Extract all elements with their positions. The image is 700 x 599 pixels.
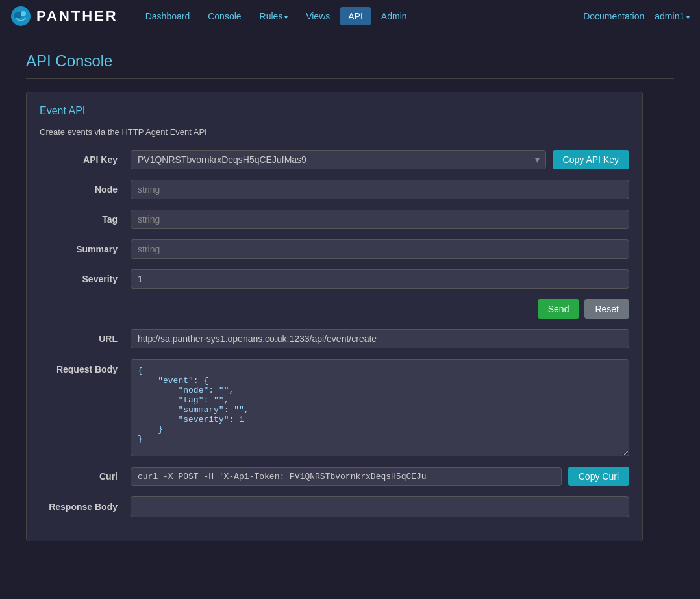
copy-curl-button[interactable]: Copy Curl [568,467,629,486]
card-title: Event API [40,105,629,117]
panther-logo-icon [10,6,31,27]
response-body-label: Response Body [40,502,131,512]
response-body-input[interactable] [131,496,629,517]
copy-api-key-button[interactable]: Copy API Key [553,150,629,169]
node-input-wrapper [131,180,629,199]
request-body-wrapper: { "event": { "node": "", "tag": "", "sum… [131,359,629,456]
nav-views[interactable]: Views [298,7,338,25]
nav-documentation[interactable]: Documentation [583,11,644,21]
api-key-input-wrapper: PV1QNRSTbvornkrxDeqsH5qCEJufMas9 Copy AP… [131,150,629,169]
page-title: API Console [26,52,674,70]
api-key-select[interactable]: PV1QNRSTbvornkrxDeqsH5qCEJufMas9 [131,150,546,169]
curl-row: Curl Copy Curl [40,467,629,486]
request-body-label: Request Body [40,359,131,374]
tag-label: Tag [40,214,131,225]
navbar-right: Documentation admin1 [583,11,690,21]
page-content: API Console Event API Create events via … [0,32,700,599]
node-label: Node [40,184,131,195]
summary-input[interactable] [131,239,629,259]
nav-dashboard[interactable]: Dashboard [138,7,198,25]
response-body-wrapper [131,496,629,517]
svg-point-2 [21,11,26,16]
reset-button[interactable]: Reset [584,299,629,319]
severity-input[interactable] [131,269,629,289]
tag-input-wrapper [131,210,629,229]
url-input[interactable] [131,329,629,348]
nav-rules[interactable]: Rules [252,7,296,25]
curl-input[interactable] [131,467,562,486]
send-button[interactable]: Send [538,299,580,319]
summary-label: Summary [40,244,131,254]
response-body-row: Response Body [40,496,629,517]
node-input[interactable] [131,180,629,199]
nav-api[interactable]: API [340,7,371,25]
severity-row: Severity [40,269,629,289]
tag-input[interactable] [131,210,629,229]
action-buttons-row: Send Reset [40,299,629,319]
api-key-select-wrapper: PV1QNRSTbvornkrxDeqsH5qCEJufMas9 [131,150,546,169]
title-divider [26,78,674,79]
nav-admin1[interactable]: admin1 [655,11,690,21]
navbar-links: Dashboard Console Rules Views API Admin [138,7,583,25]
nav-console[interactable]: Console [200,7,249,25]
request-body-row: Request Body { "event": { "node": "", "t… [40,359,629,456]
curl-input-wrapper: Copy Curl [131,467,629,486]
summary-input-wrapper [131,239,629,259]
nav-admin[interactable]: Admin [373,7,415,25]
tag-row: Tag [40,210,629,229]
node-row: Node [40,180,629,199]
severity-input-wrapper [131,269,629,289]
api-key-row: API Key PV1QNRSTbvornkrxDeqsH5qCEJufMas9… [40,150,629,169]
url-label: URL [40,334,131,344]
severity-label: Severity [40,274,131,284]
api-key-label: API Key [40,154,131,165]
event-api-card: Event API Create events via the HTTP Age… [26,92,643,541]
card-subtitle: Create events via the HTTP Agent Event A… [40,127,629,137]
navbar: PANTHER Dashboard Console Rules Views AP… [0,0,700,32]
url-row: URL [40,329,629,348]
url-input-wrapper [131,329,629,348]
curl-label: Curl [40,471,131,482]
summary-row: Summary [40,239,629,259]
brand-name: PANTHER [36,8,118,25]
request-body-textarea[interactable]: { "event": { "node": "", "tag": "", "sum… [131,359,629,456]
brand: PANTHER [10,6,118,27]
